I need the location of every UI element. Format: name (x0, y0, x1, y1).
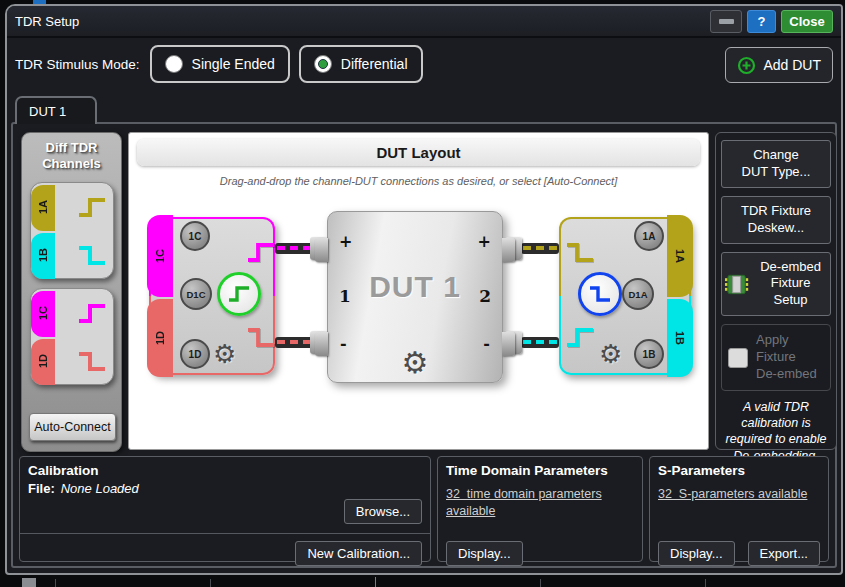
s-parameters-export-button[interactable]: Export... (748, 541, 820, 566)
port-circle-1c[interactable]: 1C (180, 221, 210, 251)
deembed-fixture-setup-button[interactable]: De-embed Fixture Setup (721, 252, 831, 317)
calibration-file-line: File:None Loaded (28, 481, 422, 496)
minimize-icon (719, 19, 734, 24)
apply-fixture-deembed-label: Apply Fixture De-embed (756, 332, 817, 383)
gear-icon[interactable]: ⚙ (328, 348, 502, 378)
port-circle-d1a[interactable]: D1A (622, 278, 654, 310)
close-button[interactable]: Close (781, 10, 833, 33)
cable-1a-plus (521, 243, 559, 254)
port-circle-1d[interactable]: 1D (180, 339, 210, 369)
graticule-tick (540, 579, 541, 587)
bottom-panels: Calibration File:None Loaded Browse... N… (19, 456, 829, 562)
rising-step-icon (245, 238, 277, 266)
time-domain-panel: Time Domain Parameters 32 time domain pa… (437, 456, 643, 562)
rising-step-icon (75, 298, 109, 328)
channel-card-1a-1b[interactable]: 1A 1B (30, 182, 114, 279)
time-domain-parameters-link[interactable]: 32 time domain parameters available (446, 486, 634, 520)
dut-tab-content: Diff TDR Channels 1A 1B 1C 1D (11, 122, 837, 568)
channel-card-1c-1d[interactable]: 1C 1D (30, 288, 114, 385)
dut-right-plus: + (478, 232, 491, 251)
help-button[interactable]: ? (747, 10, 776, 33)
dut-layout-panel: DUT Layout Drag-and-drop the channel-DUT… (128, 132, 709, 450)
time-domain-display-button[interactable]: Display... (446, 541, 523, 566)
graticule-tick (210, 579, 211, 587)
rising-step-icon (75, 192, 109, 222)
stimulus-row: TDR Stimulus Mode: Single Ended Differen… (7, 38, 841, 90)
auto-connect-button[interactable]: Auto-Connect (29, 413, 116, 441)
dut-layout-instruction: Drag-and-drop the channel-DUT connection… (129, 175, 708, 187)
s-parameters-display-button[interactable]: Display... (658, 541, 735, 566)
checkbox-icon (728, 348, 748, 368)
background-corner-chip (22, 578, 36, 587)
deembed-label: De-embed Fixture Setup (753, 259, 828, 310)
tab-dut-1[interactable]: DUT 1 (15, 96, 97, 124)
cable-1b-minus (521, 337, 559, 348)
rising-step-icon (227, 284, 251, 304)
channel-tab-1b: 1B (31, 233, 55, 279)
differential-label: Differential (341, 56, 408, 72)
gear-icon[interactable]: ⚙ (599, 341, 622, 367)
radio-circle-selected (314, 55, 332, 73)
add-dut-label: Add DUT (763, 57, 821, 73)
gear-icon[interactable]: ⚙ (213, 341, 236, 367)
falling-step-icon (75, 346, 109, 376)
diff-tdr-channels-panel: Diff TDR Channels 1A 1B 1C 1D (21, 132, 122, 452)
calibration-divider (20, 533, 430, 534)
cable-1d-minus (275, 337, 313, 348)
left-block-tab-1c: 1C (147, 215, 173, 297)
dut-port-stub (315, 238, 328, 262)
chip-icon (724, 272, 749, 296)
falling-step-icon (245, 323, 277, 351)
falling-step-icon (75, 240, 109, 270)
dut-label: DUT 1 (328, 270, 502, 304)
stimulus-circle-green[interactable] (217, 272, 261, 316)
dut-port-stub (502, 332, 515, 356)
window-title: TDR Setup (15, 14, 705, 29)
single-ended-label: Single Ended (192, 56, 275, 72)
s-parameters-panel: S-Parameters 32 S-parameters available D… (649, 456, 829, 562)
dut-port-stub (502, 238, 515, 262)
plus-circle-icon (737, 56, 756, 75)
channel-tab-1d: 1D (31, 339, 55, 385)
dut-layout-title: DUT Layout (137, 139, 700, 166)
rising-step-icon (564, 323, 596, 351)
right-channel-block[interactable]: 1A 1B 1A D1A 1B ⚙ (559, 217, 691, 375)
new-calibration-button[interactable]: New Calibration... (295, 541, 422, 566)
falling-step-icon (588, 284, 612, 304)
graticule-tick (55, 579, 56, 587)
port-circle-1a[interactable]: 1A (634, 221, 664, 251)
stimulus-mode-label: TDR Stimulus Mode: (15, 57, 140, 72)
time-domain-title: Time Domain Parameters (446, 463, 634, 478)
apply-fixture-deembed-checkbox[interactable]: Apply Fixture De-embed (721, 324, 831, 391)
browse-button[interactable]: Browse... (344, 499, 422, 524)
title-bar[interactable]: TDR Setup ? Close (7, 6, 841, 38)
channel-tab-1a: 1A (31, 185, 55, 231)
dut-box[interactable]: + 1 - + 2 - DUT 1 ⚙ (327, 211, 503, 383)
s-parameters-link[interactable]: 32 S-parameters available (658, 486, 820, 503)
minimize-button[interactable] (710, 10, 742, 33)
port-circle-d1c[interactable]: D1C (180, 278, 212, 310)
right-block-tab-1b: 1B (667, 299, 693, 377)
add-dut-button[interactable]: Add DUT (725, 47, 833, 83)
dut-port-stub (315, 332, 328, 356)
app-background: TDR Setup ? Close TDR Stimulus Mode: Sin… (0, 0, 845, 587)
radio-circle-unselected (165, 55, 183, 73)
left-channel-block[interactable]: 1C 1D 1C D1C 1D ⚙ (149, 217, 275, 375)
s-parameters-title: S-Parameters (658, 463, 820, 478)
graticule-tick (705, 579, 706, 587)
tdr-setup-dialog: TDR Setup ? Close TDR Stimulus Mode: Sin… (5, 4, 843, 575)
fixture-side-panel: Change DUT Type... TDR Fixture Deskew...… (715, 132, 837, 450)
channels-panel-title: Diff TDR Channels (22, 133, 121, 173)
tdr-fixture-deskew-button[interactable]: TDR Fixture Deskew... (721, 196, 831, 244)
cable-1c-plus (275, 243, 313, 254)
response-circle-blue[interactable] (578, 272, 622, 316)
radio-single-ended[interactable]: Single Ended (150, 45, 290, 83)
channel-tab-1c: 1C (31, 291, 55, 337)
graticule-tick (375, 577, 376, 587)
port-circle-1b[interactable]: 1B (634, 339, 664, 369)
calibration-panel: Calibration File:None Loaded Browse... N… (19, 456, 431, 562)
left-block-tab-1d: 1D (147, 299, 173, 377)
radio-differential[interactable]: Differential (299, 45, 423, 83)
dut-left-plus: + (339, 232, 352, 251)
change-dut-type-button[interactable]: Change DUT Type... (721, 140, 831, 188)
